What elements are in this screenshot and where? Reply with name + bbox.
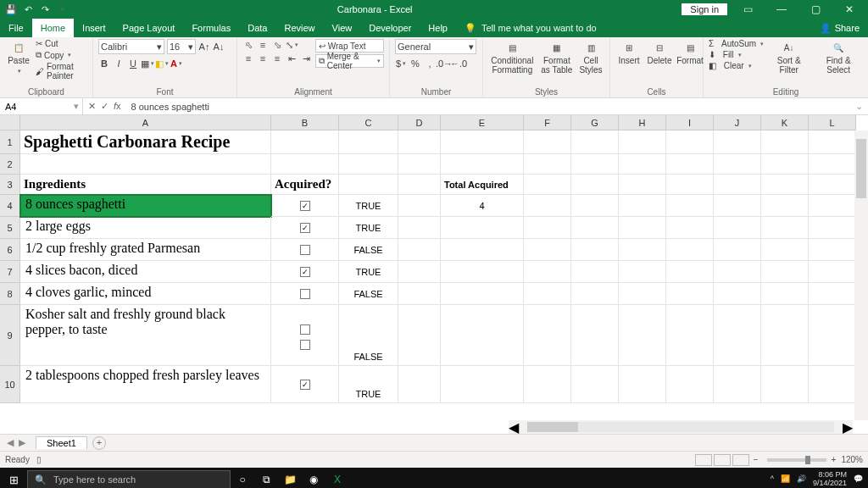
volume-icon[interactable]: 🔊 bbox=[797, 475, 806, 484]
row-header-1[interactable]: 1 bbox=[0, 130, 20, 154]
cell[interactable] bbox=[441, 305, 524, 366]
task-view-icon[interactable]: ⧉ bbox=[254, 474, 278, 485]
cell[interactable] bbox=[441, 130, 524, 154]
decrease-font-icon[interactable]: A↓ bbox=[213, 41, 225, 53]
cell[interactable]: FALSE bbox=[339, 283, 398, 305]
cell[interactable] bbox=[524, 217, 571, 239]
cell[interactable] bbox=[809, 175, 856, 195]
indent-decrease-icon[interactable]: ⇤ bbox=[286, 53, 298, 64]
format-cells-button[interactable]: ▤Format bbox=[676, 39, 704, 65]
zoom-out-button[interactable]: − bbox=[754, 455, 759, 464]
cell[interactable]: TRUE bbox=[339, 195, 398, 217]
tab-formulas[interactable]: Formulas bbox=[183, 19, 239, 37]
cell[interactable] bbox=[398, 154, 441, 175]
ribbon-display-icon[interactable]: ▭ bbox=[734, 3, 761, 15]
cell[interactable] bbox=[714, 305, 761, 366]
checkbox[interactable]: ✓ bbox=[300, 223, 310, 233]
cell[interactable] bbox=[714, 195, 761, 217]
col-header-K[interactable]: K bbox=[761, 115, 809, 130]
cell[interactable]: TRUE bbox=[339, 261, 398, 283]
cell[interactable]: ✓ bbox=[271, 366, 339, 403]
cut-button[interactable]: ✂Cut bbox=[36, 39, 87, 48]
bold-button[interactable]: B bbox=[98, 58, 110, 69]
cell[interactable] bbox=[809, 239, 856, 261]
tab-review[interactable]: Review bbox=[275, 19, 323, 37]
cell[interactable] bbox=[271, 305, 339, 366]
tab-view[interactable]: View bbox=[324, 19, 361, 37]
row-header-8[interactable]: 8 bbox=[0, 283, 20, 305]
cell[interactable] bbox=[619, 154, 666, 175]
cell[interactable] bbox=[809, 305, 856, 366]
cell[interactable] bbox=[441, 261, 524, 283]
sheet-tab-1[interactable]: Sheet1 bbox=[36, 436, 87, 449]
cell[interactable]: 4 bbox=[441, 195, 524, 217]
sheet-nav-prev-icon[interactable]: ◀ bbox=[7, 437, 14, 448]
cell[interactable] bbox=[398, 195, 441, 217]
underline-button[interactable]: U bbox=[127, 58, 139, 69]
notifications-icon[interactable]: 💬 bbox=[854, 475, 863, 484]
cell[interactable] bbox=[339, 154, 398, 175]
cell[interactable] bbox=[571, 154, 619, 175]
cell[interactable]: Total Acquired bbox=[441, 175, 524, 195]
italic-button[interactable]: I bbox=[113, 58, 125, 69]
excel-taskbar-icon[interactable]: X bbox=[326, 474, 349, 485]
cell[interactable] bbox=[398, 366, 441, 403]
cell[interactable] bbox=[714, 175, 761, 195]
cell[interactable] bbox=[20, 154, 271, 175]
view-normal-button[interactable] bbox=[695, 454, 712, 466]
view-page-break-button[interactable] bbox=[732, 454, 749, 466]
tab-help[interactable]: Help bbox=[420, 19, 456, 37]
cell[interactable] bbox=[619, 130, 666, 154]
cell[interactable] bbox=[571, 130, 619, 154]
row-header-9[interactable]: 9 bbox=[0, 305, 20, 366]
cell[interactable]: 2 large eggs bbox=[20, 217, 271, 239]
cell[interactable] bbox=[571, 175, 619, 195]
cell[interactable]: ✓ bbox=[271, 261, 339, 283]
col-header-L[interactable]: L bbox=[809, 115, 856, 130]
cell[interactable] bbox=[714, 130, 761, 154]
redo-icon[interactable]: ↷ bbox=[39, 3, 51, 15]
cell[interactable] bbox=[619, 366, 666, 403]
border-button[interactable]: ▦ bbox=[142, 58, 153, 69]
increase-decimal-icon[interactable]: .0→ bbox=[438, 58, 450, 69]
tray-up-icon[interactable]: ^ bbox=[771, 475, 774, 484]
cell[interactable] bbox=[619, 217, 666, 239]
cell[interactable]: 1/2 cup freshly grated Parmesan bbox=[20, 239, 271, 261]
minimize-button[interactable]: — bbox=[768, 3, 795, 15]
cell[interactable] bbox=[761, 305, 809, 366]
macro-record-icon[interactable]: ▯ bbox=[36, 455, 42, 464]
indent-increase-icon[interactable]: ⇥ bbox=[300, 53, 312, 64]
maximize-button[interactable]: ▢ bbox=[802, 3, 829, 15]
checkbox[interactable]: ✓ bbox=[300, 380, 310, 390]
sheet-nav-next-icon[interactable]: ▶ bbox=[19, 437, 25, 448]
cell[interactable] bbox=[666, 130, 714, 154]
cell[interactable] bbox=[666, 366, 714, 403]
cell[interactable] bbox=[761, 195, 809, 217]
cell[interactable] bbox=[571, 195, 619, 217]
tab-insert[interactable]: Insert bbox=[74, 19, 114, 37]
chrome-icon[interactable]: ◉ bbox=[302, 474, 326, 485]
find-select-button[interactable]: 🔍Find & Select bbox=[814, 39, 863, 75]
row-header-10[interactable]: 10 bbox=[0, 366, 20, 403]
increase-font-icon[interactable]: A↑ bbox=[198, 41, 210, 53]
checkbox[interactable]: ✓ bbox=[300, 267, 310, 277]
cell[interactable] bbox=[714, 283, 761, 305]
cell[interactable] bbox=[524, 366, 571, 403]
font-name-select[interactable]: Calibri▾ bbox=[98, 39, 164, 54]
col-header-H[interactable]: H bbox=[619, 115, 666, 130]
cell[interactable] bbox=[398, 217, 441, 239]
cell[interactable] bbox=[809, 366, 856, 403]
cell[interactable] bbox=[571, 239, 619, 261]
start-button[interactable]: ⊞ bbox=[0, 474, 27, 486]
comma-icon[interactable]: , bbox=[424, 58, 436, 69]
row-header-6[interactable]: 6 bbox=[0, 239, 20, 261]
cell[interactable] bbox=[666, 175, 714, 195]
cell[interactable] bbox=[441, 217, 524, 239]
orientation-icon[interactable]: ⤡ bbox=[286, 39, 298, 51]
cell[interactable] bbox=[398, 283, 441, 305]
zoom-slider[interactable] bbox=[767, 458, 826, 462]
cell[interactable] bbox=[271, 283, 339, 305]
cell[interactable] bbox=[398, 130, 441, 154]
cell[interactable] bbox=[761, 130, 809, 154]
cell[interactable] bbox=[398, 239, 441, 261]
